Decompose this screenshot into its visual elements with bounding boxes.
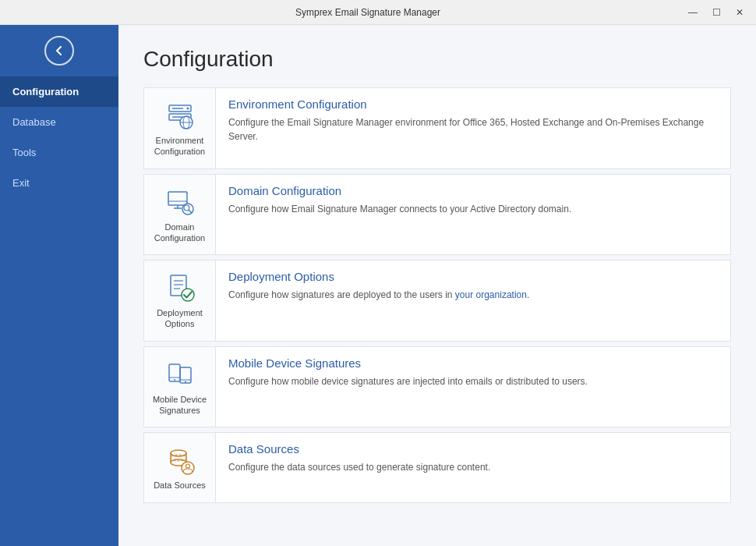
data-sources-label: Data Sources [154, 480, 206, 491]
environment-configuration-icon-area: EnvironmentConfiguration [144, 88, 216, 168]
content-area: Configuration [118, 25, 756, 546]
svg-rect-9 [168, 192, 187, 205]
domain-configuration-card[interactable]: DomainConfiguration Domain Configuration… [143, 174, 731, 256]
title-bar-title: Symprex Email Signature Manager [53, 7, 683, 18]
mobile-device-signatures-icon-area: Mobile DeviceSignatures [144, 347, 216, 427]
data-sources-card[interactable]: Data Sources Data Sources Configure the … [143, 432, 731, 502]
sidebar-item-exit[interactable]: Exit [0, 168, 118, 198]
minimize-button[interactable]: — [683, 5, 703, 20]
svg-point-26 [185, 381, 186, 382]
deployment-options-icon-area: DeploymentOptions [144, 261, 216, 341]
title-bar-controls: — ☐ ✕ [683, 5, 750, 20]
data-sources-content: Data Sources Configure the data sources … [216, 433, 730, 502]
sidebar: Configuration Database Tools Exit [0, 25, 118, 546]
deployment-options-link[interactable]: your organization [455, 289, 527, 300]
environment-configuration-title: Environment Configuration [228, 98, 718, 111]
app-body: Configuration Database Tools Exit Config… [0, 25, 756, 546]
deployment-options-card[interactable]: DeploymentOptions Deployment Options Con… [143, 260, 731, 342]
svg-rect-21 [169, 364, 180, 381]
deployment-options-content: Deployment Options Configure how signatu… [216, 261, 730, 341]
back-button[interactable] [0, 25, 118, 76]
title-bar: Symprex Email Signature Manager — ☐ ✕ [0, 0, 756, 25]
mobile-device-signatures-desc: Configure how mobile device signatures a… [228, 374, 718, 388]
environment-configuration-desc: Configure the Email Signature Manager en… [228, 115, 718, 144]
mobile-device-signatures-title: Mobile Device Signatures [228, 356, 718, 370]
data-sources-desc: Configure the data sources used to gener… [228, 460, 718, 474]
data-sources-title: Data Sources [228, 442, 718, 456]
environment-configuration-label: EnvironmentConfiguration [154, 135, 205, 158]
svg-point-23 [174, 379, 175, 381]
svg-rect-24 [180, 367, 191, 383]
page-title: Configuration [143, 47, 731, 72]
deployment-options-title: Deployment Options [228, 270, 718, 283]
mobile-device-signatures-content: Mobile Device Signatures Configure how m… [216, 347, 730, 427]
deployment-options-label: DeploymentOptions [157, 307, 203, 330]
mobile-device-signatures-card[interactable]: Mobile DeviceSignatures Mobile Device Si… [143, 346, 731, 428]
data-sources-icon-area: Data Sources [144, 433, 216, 502]
sidebar-nav: Configuration Database Tools Exit [0, 76, 118, 198]
close-button[interactable]: ✕ [730, 5, 750, 20]
domain-configuration-desc: Configure how Email Signature Manager co… [228, 202, 718, 216]
deployment-options-desc: Configure how signatures are deployed to… [228, 288, 718, 302]
domain-configuration-icon-area: DomainConfiguration [144, 175, 216, 255]
config-card-list: EnvironmentConfiguration Environment Con… [143, 87, 731, 503]
svg-point-2 [186, 108, 189, 110]
sidebar-item-tools[interactable]: Tools [0, 137, 118, 168]
sidebar-item-configuration[interactable]: Configuration [0, 76, 118, 107]
back-circle-icon [44, 36, 74, 66]
maximize-button[interactable]: ☐ [706, 5, 726, 20]
sidebar-item-database[interactable]: Database [0, 107, 118, 137]
mobile-device-signatures-label: Mobile DeviceSignatures [153, 394, 207, 417]
domain-configuration-label: DomainConfiguration [154, 222, 205, 244]
domain-configuration-title: Domain Configuration [228, 184, 718, 197]
domain-configuration-content: Domain Configuration Configure how Email… [216, 175, 730, 255]
environment-configuration-card[interactable]: EnvironmentConfiguration Environment Con… [143, 87, 731, 169]
environment-configuration-content: Environment Configuration Configure the … [216, 88, 730, 168]
